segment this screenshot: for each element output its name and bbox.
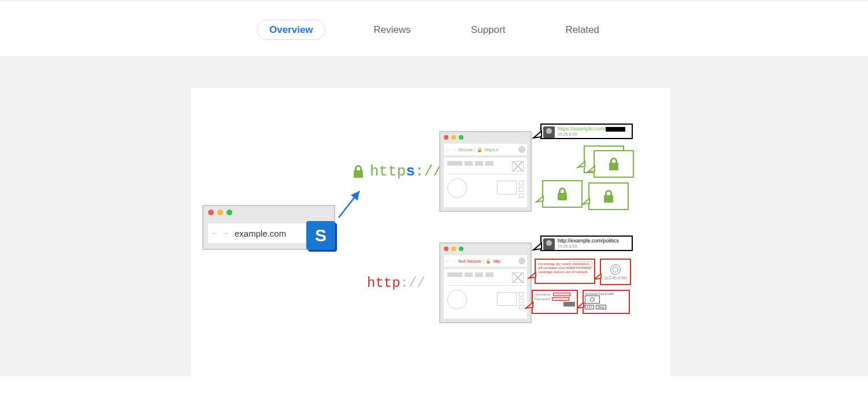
tab-knob-icon (518, 146, 525, 153)
thumb-image-icon (512, 272, 524, 283)
back-arrow-icon: ← (210, 229, 218, 237)
search-box-icon (569, 261, 592, 267)
back-arrow-icon: ← (446, 259, 450, 264)
banknote-icon (585, 296, 600, 304)
zoom-dot-icon (227, 210, 232, 215)
https-label: https:// (353, 163, 442, 180)
secure-callout (588, 182, 629, 210)
divider (474, 146, 475, 153)
forward-arrow-icon: → (452, 147, 457, 152)
lock-icon (353, 165, 364, 178)
https-s: s (406, 163, 415, 180)
avatar-icon (543, 126, 555, 138)
payment-amount: 137 (585, 305, 594, 309)
tiny-http-text: http (493, 259, 500, 264)
avatar-icon (543, 238, 555, 250)
callout-ip: 19.25.0.93 (558, 132, 628, 137)
password-label: Password (535, 297, 550, 301)
minimize-dot-icon (451, 135, 456, 140)
lock-icon (589, 184, 628, 209)
traffic-lights (208, 210, 232, 215)
username-field-icon (553, 293, 570, 296)
forward-arrow-icon: → (452, 259, 457, 264)
not-secure-text: Not Secure (458, 259, 481, 264)
secure-callout (593, 150, 634, 178)
screenshot-canvas: ← → example.com S https:// http:// (191, 88, 670, 376)
secure-address-bar: ← → Secure 🔒 https:// (444, 144, 527, 155)
tab-knob-icon (518, 257, 525, 264)
leak-fingerprint-callout: 123-45-6789 (600, 259, 631, 285)
secure-browser-window: ← → Secure 🔒 https:// (439, 131, 532, 212)
callout-url: https://example.com/ (558, 126, 606, 132)
https-suffix: :// (415, 163, 442, 180)
http-prefix: http (367, 275, 400, 291)
tab-related[interactable]: Related (554, 20, 611, 39)
traffic-lights (444, 246, 463, 251)
thumb-circle-icon (447, 178, 467, 198)
minimize-dot-icon (217, 210, 223, 215)
username-label: Username (535, 293, 551, 296)
thumb-image-icon (512, 161, 524, 171)
lock-icon (543, 181, 581, 207)
tab-reviews[interactable]: Reviews (362, 20, 422, 39)
zoom-dot-icon (459, 135, 463, 140)
traffic-lights (444, 135, 463, 140)
ssn-text: 123-45-6789 (604, 276, 627, 280)
close-dot-icon (208, 210, 214, 215)
callout-ip: 19.25.0.93 (558, 244, 628, 249)
back-arrow-icon: ← (446, 147, 450, 152)
insecure-address-bar: ← → Not Secure 🔒 http (444, 255, 527, 267)
source-browser-window: ← → example.com S (202, 205, 335, 250)
tab-overview[interactable]: Overview (257, 20, 325, 40)
http-suffix: :// (400, 275, 425, 291)
buy-button-icon: Buy (596, 305, 606, 309)
callout-url: http://example.com/politics (558, 238, 619, 244)
thumb-circle-icon (447, 290, 467, 309)
login-button-icon (563, 302, 575, 306)
zoom-dot-icon (459, 246, 463, 251)
content-area: ← → example.com S https:// http:// (0, 56, 868, 376)
leak-login-callout: Username Password (532, 290, 578, 314)
insecure-url-callout: http://example.com/politics 19.25.0.93 (540, 235, 633, 251)
lock-open-icon: 🔒 (485, 259, 491, 264)
tab-support[interactable]: Support (459, 20, 517, 39)
close-dot-icon (444, 135, 448, 140)
redacted-icon (606, 127, 625, 132)
http-label: http:// (367, 275, 425, 291)
page-thumbnail (444, 158, 527, 207)
thumb-box-icon (497, 181, 517, 195)
tiny-https-text: https:// (484, 147, 498, 152)
svg-line-0 (339, 191, 359, 218)
forward-arrow-icon: → (222, 229, 230, 237)
close-dot-icon (444, 246, 448, 251)
leak-payment-callout: Insurance from a bank 137 Buy (583, 290, 630, 314)
https-prefix: http (370, 163, 406, 180)
secure-text: Secure (458, 147, 473, 152)
secure-callout (542, 180, 583, 208)
divider (483, 257, 484, 264)
extension-s-badge-icon: S (306, 221, 335, 250)
thumb-box-icon (497, 292, 517, 306)
secure-url-callout: https://example.com/ 19.25.0.93 (540, 124, 633, 139)
page-thumbnail (444, 269, 527, 319)
insecure-browser-window: ← → Not Secure 🔒 http (439, 242, 532, 323)
tabs-row: Overview Reviews Support Related (0, 1, 868, 56)
lock-icon (595, 151, 633, 177)
arrow-to-https-icon (339, 189, 362, 218)
password-field-icon (552, 297, 569, 301)
leak-search-callout: low energy dry mouth medication pill con… (535, 259, 595, 284)
minimize-dot-icon (451, 246, 456, 251)
lock-icon: 🔒 (477, 147, 483, 152)
fingerprint-icon (610, 264, 621, 275)
